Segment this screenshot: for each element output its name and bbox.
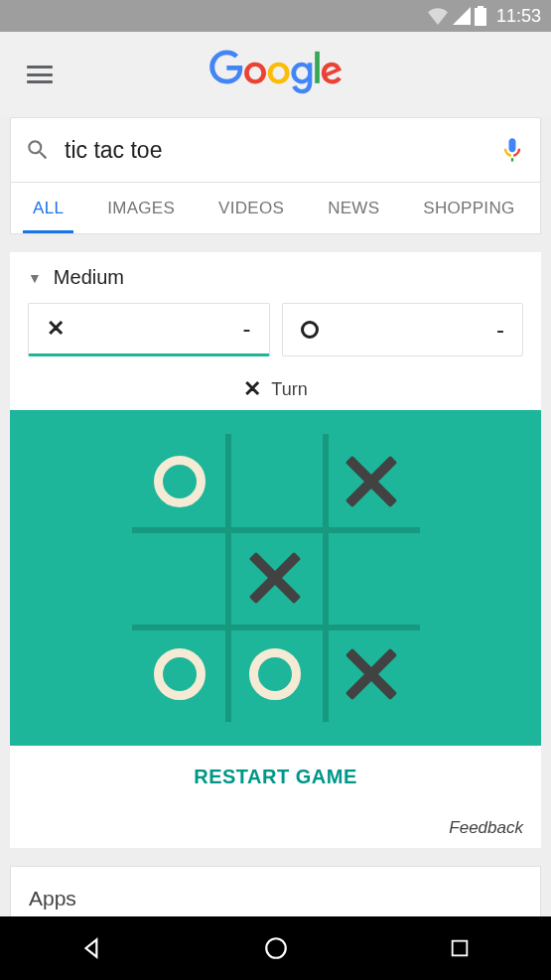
cell-2-1 xyxy=(227,626,324,722)
cell-1-2[interactable] xyxy=(324,530,420,627)
score-o[interactable]: - xyxy=(282,303,524,356)
o-mark xyxy=(154,648,206,700)
cell-0-2 xyxy=(324,434,420,530)
restart-button[interactable]: RESTART GAME xyxy=(10,746,541,808)
o-mark xyxy=(249,648,301,700)
game-board xyxy=(132,434,420,722)
svg-point-2 xyxy=(266,938,286,958)
x-mark xyxy=(345,456,397,507)
tab-images[interactable]: IMAGES xyxy=(85,183,197,233)
cell-0-1[interactable] xyxy=(227,434,324,530)
dropdown-icon: ▼ xyxy=(28,270,42,286)
score-row: ✕ - - xyxy=(10,303,541,368)
game-board-wrap xyxy=(10,410,541,746)
o-mark xyxy=(154,456,206,507)
x-mark xyxy=(249,552,301,604)
status-bar: 11:53 xyxy=(0,0,551,32)
x-mark xyxy=(345,648,397,700)
cell-2-2 xyxy=(324,626,420,722)
score-x[interactable]: ✕ - xyxy=(28,303,270,356)
o-icon xyxy=(301,321,319,339)
svg-rect-0 xyxy=(475,8,486,26)
recent-icon xyxy=(449,937,471,959)
tab-maps[interactable]: MA xyxy=(536,183,541,233)
score-o-value: - xyxy=(496,316,504,344)
feedback-link[interactable]: Feedback xyxy=(10,808,541,848)
voice-search-icon[interactable] xyxy=(498,136,526,164)
tictactoe-card: ▼ Medium ✕ - - ✕ Turn RESTART GAME Feedb… xyxy=(10,252,541,848)
home-icon xyxy=(263,935,289,961)
turn-label: Turn xyxy=(271,379,307,400)
difficulty-selector[interactable]: ▼ Medium xyxy=(10,252,541,303)
score-x-value: - xyxy=(243,315,251,343)
x-icon: ✕ xyxy=(47,316,65,342)
google-logo xyxy=(209,50,343,99)
cell-2-0 xyxy=(132,626,228,722)
home-button[interactable] xyxy=(236,928,316,968)
search-input[interactable] xyxy=(51,137,498,164)
android-nav-bar xyxy=(0,916,551,980)
menu-button[interactable] xyxy=(20,55,60,94)
tab-all[interactable]: ALL xyxy=(11,183,85,233)
clock: 11:53 xyxy=(496,6,541,27)
recent-apps-button[interactable] xyxy=(420,928,499,968)
cell-0-0 xyxy=(132,434,228,530)
turn-indicator: ✕ Turn xyxy=(10,368,541,410)
back-button[interactable] xyxy=(53,928,132,968)
search-icon xyxy=(25,137,51,163)
difficulty-label: Medium xyxy=(54,266,124,289)
cell-1-1 xyxy=(227,530,324,627)
tab-news[interactable]: NEWS xyxy=(306,183,401,233)
tab-videos[interactable]: VIDEOS xyxy=(197,183,306,233)
wifi-icon xyxy=(427,7,449,25)
search-tabs: ALL IMAGES VIDEOS NEWS SHOPPING MA xyxy=(10,183,541,234)
app-header xyxy=(0,32,551,117)
tab-shopping[interactable]: SHOPPING xyxy=(401,183,536,233)
svg-rect-3 xyxy=(452,941,467,956)
cell-1-0[interactable] xyxy=(132,530,228,627)
svg-rect-1 xyxy=(478,6,483,9)
back-icon xyxy=(79,935,105,961)
turn-player-icon: ✕ xyxy=(243,376,261,402)
search-box[interactable] xyxy=(10,117,541,183)
cell-signal-icon xyxy=(453,7,471,25)
battery-icon xyxy=(475,6,486,26)
hamburger-icon xyxy=(27,66,53,83)
